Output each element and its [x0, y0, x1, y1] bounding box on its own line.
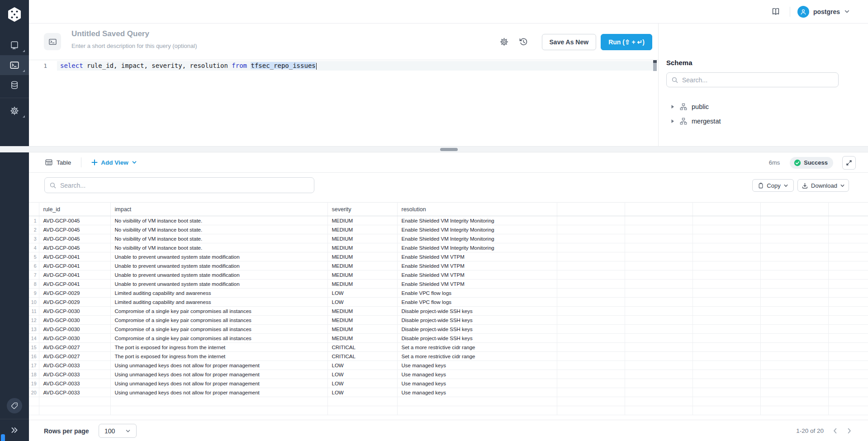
cell-rule_id[interactable]: AVD-GCP-0030 — [39, 334, 110, 343]
editor-scrollbar[interactable] — [653, 63, 657, 71]
cell-severity[interactable]: CRITICAL — [327, 352, 397, 361]
mergestat-logo[interactable] — [0, 0, 29, 29]
copy-button[interactable]: Copy — [752, 179, 794, 192]
cell-impact[interactable]: Unable to prevent unwanted system state … — [110, 270, 327, 280]
query-title-input[interactable] — [71, 28, 307, 39]
cell-rule_id[interactable]: AVD-GCP-0041 — [39, 270, 110, 280]
cell-severity[interactable]: MEDIUM — [327, 243, 397, 252]
cell-severity[interactable]: MEDIUM — [327, 280, 397, 289]
cell-rule_id[interactable]: AVD-GCP-0033 — [39, 370, 110, 379]
cell-resolution[interactable]: Use managed keys — [397, 379, 557, 388]
query-settings-button[interactable] — [498, 35, 511, 48]
cell-rule_id[interactable]: AVD-GCP-0027 — [39, 343, 110, 352]
cell-impact[interactable]: Unable to prevent unwanted system state … — [110, 252, 327, 261]
cell-severity[interactable]: LOW — [327, 298, 397, 307]
avatar[interactable] — [797, 6, 809, 18]
cell-rule_id[interactable]: AVD-GCP-0027 — [39, 352, 110, 361]
cell-severity[interactable]: MEDIUM — [327, 307, 397, 316]
schema-item-label[interactable]: public — [692, 103, 709, 110]
cell-resolution[interactable]: Enable VPC flow logs — [397, 289, 557, 298]
cell-impact[interactable]: The port is exposed for ingress from the… — [110, 352, 327, 361]
cell-resolution[interactable]: Enable VPC flow logs — [397, 298, 557, 307]
cell-impact[interactable]: No visibility of VM instance boot state. — [110, 234, 327, 243]
sidebar-item-settings[interactable] — [0, 101, 29, 121]
cell-impact[interactable]: Compromise of a single key pair compromi… — [110, 325, 327, 334]
cell-severity[interactable]: LOW — [327, 370, 397, 379]
expand-results-button[interactable] — [842, 156, 856, 170]
cell-severity[interactable]: LOW — [327, 361, 397, 370]
cell-rule_id[interactable]: AVD-GCP-0033 — [39, 379, 110, 388]
results-search[interactable] — [44, 177, 314, 193]
save-as-new-button[interactable]: Save As New — [542, 34, 597, 50]
sidebar-item-data[interactable] — [0, 75, 29, 95]
cell-resolution[interactable]: Use managed keys — [397, 361, 557, 370]
cell-resolution[interactable]: Enable Shielded VM Integrity Monitoring — [397, 216, 557, 225]
cell-severity[interactable]: MEDIUM — [327, 334, 397, 343]
cell-severity[interactable]: LOW — [327, 289, 397, 298]
cell-resolution[interactable]: Disable project-wide SSH keys — [397, 316, 557, 325]
run-query-button[interactable]: Run (⇧ + ↵) — [601, 34, 652, 50]
cell-resolution[interactable]: Enable Shielded VM Integrity Monitoring — [397, 243, 557, 252]
schema-item-label[interactable]: mergestat — [692, 118, 721, 125]
cell-severity[interactable]: MEDIUM — [327, 325, 397, 334]
sql-code[interactable]: select rule_id, impact, severity, resolu… — [60, 61, 317, 71]
column-header-severity[interactable]: severity — [327, 203, 397, 216]
cell-impact[interactable]: Using unmanaged keys does not allow for … — [110, 379, 327, 388]
cell-impact[interactable]: Using unmanaged keys does not allow for … — [110, 370, 327, 379]
cell-resolution[interactable]: Enable Shielded VM Integrity Monitoring — [397, 234, 557, 243]
cell-impact[interactable]: Compromise of a single key pair compromi… — [110, 334, 327, 343]
column-header-impact[interactable]: impact — [110, 203, 327, 216]
cell-severity[interactable]: MEDIUM — [327, 252, 397, 261]
add-view-button[interactable]: Add View — [91, 159, 137, 166]
cell-impact[interactable]: Limited auditing capability and awarenes… — [110, 298, 327, 307]
cell-impact[interactable]: No visibility of VM instance boot state. — [110, 243, 327, 252]
cell-resolution[interactable]: Enable Shielded VM Integrity Monitoring — [397, 225, 557, 234]
cell-impact[interactable]: Compromise of a single key pair compromi… — [110, 316, 327, 325]
cell-impact[interactable]: No visibility of VM instance boot state. — [110, 216, 327, 225]
cell-rule_id[interactable]: AVD-GCP-0030 — [39, 307, 110, 316]
cell-rule_id[interactable]: AVD-GCP-0041 — [39, 252, 110, 261]
cell-severity[interactable]: MEDIUM — [327, 225, 397, 234]
cell-rule_id[interactable]: AVD-GCP-0029 — [39, 298, 110, 307]
cell-resolution[interactable]: Enable Shielded VM VTPM — [397, 252, 557, 261]
cell-rule_id[interactable]: AVD-GCP-0033 — [39, 388, 110, 397]
sql-editor[interactable]: 1 select rule_id, impact, severity, reso… — [29, 60, 658, 146]
cell-impact[interactable]: Using unmanaged keys does not allow for … — [110, 388, 327, 397]
cell-resolution[interactable]: Set a more restrictive cidr range — [397, 343, 557, 352]
cell-impact[interactable]: No visibility of VM instance boot state. — [110, 225, 327, 234]
tag-button[interactable] — [7, 398, 22, 413]
next-page-button[interactable] — [844, 426, 854, 436]
cell-impact[interactable]: Compromise of a single key pair compromi… — [110, 307, 327, 316]
cell-resolution[interactable]: Enable Shielded VM VTPM — [397, 261, 557, 270]
column-header-rule_id[interactable]: rule_id — [39, 203, 110, 216]
schema-tree-item-public[interactable]: public — [659, 100, 868, 114]
cell-impact[interactable]: Unable to prevent unwanted system state … — [110, 280, 327, 289]
rows-per-page-select[interactable]: 100 — [99, 424, 137, 438]
cell-severity[interactable]: MEDIUM — [327, 216, 397, 225]
query-description-input[interactable] — [71, 42, 307, 50]
tab-table[interactable]: Table — [45, 158, 71, 166]
cell-impact[interactable]: The port is exposed for ingress from the… — [110, 343, 327, 352]
cell-resolution[interactable]: Enable Shielded VM VTPM — [397, 270, 557, 280]
results-search-input[interactable] — [60, 182, 309, 189]
sidebar-item-repos[interactable] — [0, 35, 29, 55]
cell-rule_id[interactable]: AVD-GCP-0045 — [39, 243, 110, 252]
user-menu-button[interactable] — [844, 9, 850, 14]
schema-tree-item-mergestat[interactable]: mergestat — [659, 114, 868, 128]
cell-severity[interactable]: LOW — [327, 379, 397, 388]
cell-rule_id[interactable]: AVD-GCP-0041 — [39, 261, 110, 270]
query-history-button[interactable] — [517, 35, 530, 48]
cell-rule_id[interactable]: AVD-GCP-0041 — [39, 280, 110, 289]
cell-resolution[interactable]: Disable project-wide SSH keys — [397, 325, 557, 334]
previous-page-button[interactable] — [830, 426, 840, 436]
docs-button[interactable] — [769, 5, 783, 19]
resize-handle[interactable] — [440, 148, 458, 151]
cell-resolution[interactable]: Disable project-wide SSH keys — [397, 334, 557, 343]
caret-right-icon[interactable] — [670, 119, 675, 123]
cell-impact[interactable]: Limited auditing capability and awarenes… — [110, 289, 327, 298]
cell-rule_id[interactable]: AVD-GCP-0029 — [39, 289, 110, 298]
cell-severity[interactable]: CRITICAL — [327, 343, 397, 352]
sidebar-item-queries[interactable] — [0, 55, 29, 75]
user-menu-label[interactable]: postgres — [813, 8, 840, 15]
cell-severity[interactable]: LOW — [327, 388, 397, 397]
